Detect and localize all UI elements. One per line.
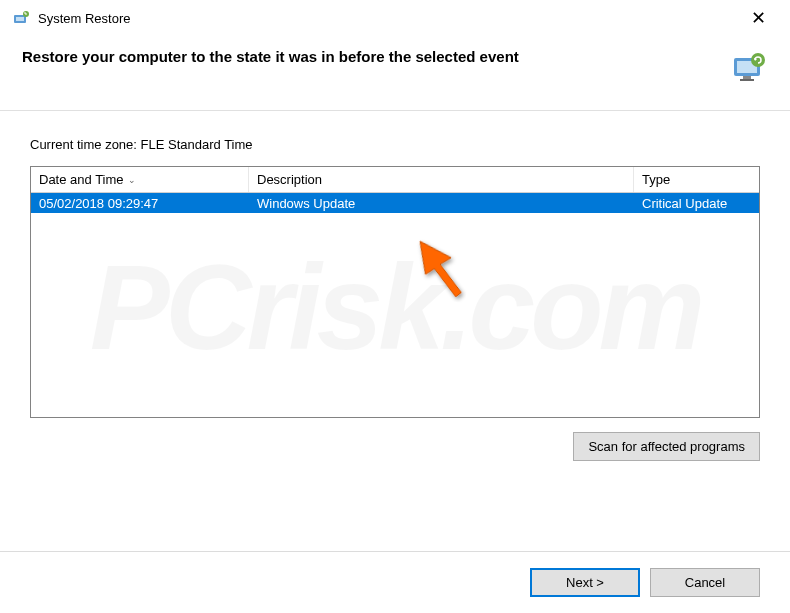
svg-rect-5 bbox=[743, 76, 751, 79]
system-restore-icon bbox=[12, 9, 30, 27]
column-header-type[interactable]: Type bbox=[634, 167, 759, 192]
column-type-label: Type bbox=[642, 172, 670, 187]
titlebar: System Restore ✕ bbox=[0, 0, 790, 36]
cell-date: 05/02/2018 09:29:47 bbox=[31, 193, 249, 213]
column-header-description[interactable]: Description bbox=[249, 167, 634, 192]
scan-affected-programs-button[interactable]: Scan for affected programs bbox=[573, 432, 760, 461]
table-row[interactable]: 05/02/2018 09:29:47 Windows Update Criti… bbox=[31, 193, 759, 213]
close-button[interactable]: ✕ bbox=[738, 7, 778, 29]
restore-monitor-icon bbox=[730, 48, 768, 86]
column-date-label: Date and Time bbox=[39, 172, 124, 187]
content-area: Current time zone: FLE Standard Time Dat… bbox=[0, 111, 790, 473]
column-description-label: Description bbox=[257, 172, 322, 187]
svg-point-7 bbox=[751, 53, 765, 67]
column-header-date[interactable]: Date and Time ⌄ bbox=[31, 167, 249, 192]
table-header: Date and Time ⌄ Description Type bbox=[31, 167, 759, 193]
scan-button-row: Scan for affected programs bbox=[30, 432, 760, 461]
cancel-button[interactable]: Cancel bbox=[650, 568, 760, 597]
svg-rect-6 bbox=[740, 79, 754, 81]
footer-buttons: Next > Cancel bbox=[0, 551, 790, 613]
restore-points-table: Date and Time ⌄ Description Type 05/02/2… bbox=[30, 166, 760, 418]
timezone-label: Current time zone: FLE Standard Time bbox=[30, 137, 760, 152]
cell-description: Windows Update bbox=[249, 193, 634, 213]
sort-descending-icon: ⌄ bbox=[128, 175, 136, 185]
header-section: Restore your computer to the state it wa… bbox=[0, 36, 790, 110]
next-button[interactable]: Next > bbox=[530, 568, 640, 597]
svg-rect-1 bbox=[16, 17, 24, 21]
instruction-text: Restore your computer to the state it wa… bbox=[22, 48, 730, 65]
cell-type: Critical Update bbox=[634, 193, 759, 213]
window-title: System Restore bbox=[38, 11, 738, 26]
